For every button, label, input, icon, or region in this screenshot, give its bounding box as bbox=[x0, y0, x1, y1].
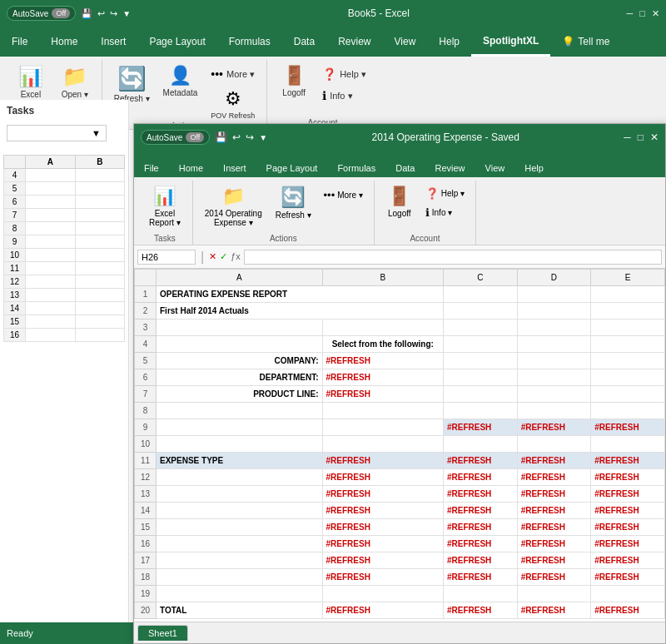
tab-help[interactable]: Help bbox=[427, 27, 471, 57]
grid-cell[interactable]: #REFRESH bbox=[443, 503, 517, 519]
grid-cell[interactable] bbox=[322, 436, 443, 453]
grid-cell[interactable] bbox=[591, 369, 665, 386]
grid-cell[interactable] bbox=[591, 320, 665, 336]
grid-cell[interactable] bbox=[517, 403, 591, 419]
grid-cell[interactable] bbox=[517, 353, 591, 369]
grid-cell[interactable] bbox=[591, 386, 665, 403]
grid-cell[interactable] bbox=[443, 369, 517, 386]
grid-cell[interactable] bbox=[157, 586, 323, 602]
second-tab-help[interactable]: Help bbox=[514, 159, 554, 177]
grid-cell[interactable]: #REFRESH bbox=[443, 453, 517, 469]
grid-cell[interactable]: #REFRESH bbox=[322, 386, 443, 403]
grid-cell[interactable] bbox=[443, 403, 517, 419]
grid-cell[interactable] bbox=[517, 436, 591, 453]
grid-cell[interactable]: Select from the following: bbox=[322, 336, 443, 353]
grid-cell[interactable] bbox=[443, 336, 517, 353]
grid-cell[interactable]: #REFRESH bbox=[591, 453, 665, 469]
tab-data[interactable]: Data bbox=[282, 27, 326, 57]
grid-cell[interactable]: #REFRESH bbox=[591, 552, 665, 569]
grid-cell[interactable] bbox=[157, 469, 323, 486]
info-button[interactable]: ℹ Info ▾ bbox=[317, 87, 371, 105]
grid-cell[interactable] bbox=[157, 569, 323, 586]
grid-cell[interactable] bbox=[517, 369, 591, 386]
tab-home[interactable]: Home bbox=[39, 27, 89, 57]
cancel-formula-icon[interactable]: ✕ bbox=[209, 251, 216, 262]
grid-cell[interactable] bbox=[517, 386, 591, 403]
grid-cell[interactable]: #REFRESH bbox=[443, 569, 517, 586]
second-save-icon[interactable]: 💾 bbox=[215, 131, 227, 143]
grid-cell[interactable]: TOTAL bbox=[157, 602, 323, 619]
help-button[interactable]: ❓ Help ▾ bbox=[317, 65, 371, 83]
grid-cell[interactable]: #REFRESH bbox=[322, 552, 443, 569]
tab-spotlightxl[interactable]: SpotlightXL bbox=[471, 27, 550, 57]
second-minimize-icon[interactable]: ─ bbox=[624, 131, 631, 143]
grid-cell[interactable] bbox=[443, 386, 517, 403]
second-logoff-button[interactable]: 🚪 Logoff bbox=[381, 184, 418, 232]
grid-cell[interactable]: #REFRESH bbox=[517, 503, 591, 519]
grid-cell[interactable] bbox=[517, 586, 591, 602]
grid-cell[interactable]: #REFRESH bbox=[591, 419, 665, 436]
second-customize-icon[interactable]: ▼ bbox=[259, 133, 267, 142]
grid-cell[interactable]: #REFRESH bbox=[322, 536, 443, 552]
grid-cell[interactable]: #REFRESH bbox=[322, 519, 443, 536]
grid-cell[interactable]: #REFRESH bbox=[591, 602, 665, 619]
grid-cell[interactable] bbox=[322, 320, 443, 336]
grid-cell[interactable] bbox=[157, 536, 323, 552]
grid-cell[interactable] bbox=[157, 320, 323, 336]
second-refresh-button[interactable]: 🔄 Refresh ▾ bbox=[271, 184, 316, 232]
tasks-dropdown[interactable]: ▼ bbox=[7, 125, 107, 141]
undo-icon[interactable]: ↩ bbox=[97, 8, 105, 19]
grid-cell[interactable]: #REFRESH bbox=[591, 503, 665, 519]
grid-cell[interactable]: #REFRESH bbox=[443, 469, 517, 486]
grid-cell[interactable]: PRODUCT LINE: bbox=[157, 386, 323, 403]
grid-cell[interactable]: #REFRESH bbox=[517, 453, 591, 469]
customize-icon[interactable]: ▼ bbox=[122, 9, 131, 18]
second-info-button[interactable]: ℹ Info ▾ bbox=[421, 205, 469, 220]
second-tab-view[interactable]: View bbox=[475, 159, 515, 177]
grid-cell[interactable]: OPERATING EXPENSE REPORT bbox=[157, 286, 444, 303]
grid-cell[interactable]: #REFRESH bbox=[322, 453, 443, 469]
grid-cell[interactable]: #REFRESH bbox=[517, 602, 591, 619]
grid-cell[interactable]: #REFRESH bbox=[322, 602, 443, 619]
grid-cell[interactable] bbox=[157, 486, 323, 503]
second-help-button[interactable]: ❓ Help ▾ bbox=[421, 186, 469, 201]
grid-cell[interactable]: #REFRESH bbox=[517, 536, 591, 552]
grid-cell[interactable] bbox=[443, 586, 517, 602]
grid-cell[interactable]: #REFRESH bbox=[322, 469, 443, 486]
tab-file[interactable]: File bbox=[0, 27, 39, 57]
grid-cell[interactable] bbox=[591, 436, 665, 453]
grid-cell[interactable] bbox=[157, 503, 323, 519]
grid-cell[interactable]: #REFRESH bbox=[322, 503, 443, 519]
grid-cell[interactable]: #REFRESH bbox=[517, 552, 591, 569]
grid-cell[interactable] bbox=[591, 586, 665, 602]
grid-cell[interactable]: COMPANY: bbox=[157, 353, 323, 369]
grid-cell[interactable]: #REFRESH bbox=[443, 519, 517, 536]
insert-function-icon[interactable]: ƒx bbox=[231, 251, 241, 262]
tab-formulas[interactable]: Formulas bbox=[217, 27, 282, 57]
grid-cell[interactable]: #REFRESH bbox=[517, 419, 591, 436]
grid-cell[interactable] bbox=[157, 403, 323, 419]
grid-cell[interactable] bbox=[591, 303, 665, 320]
second-maximize-icon[interactable]: □ bbox=[638, 131, 644, 143]
grid-cell[interactable] bbox=[157, 519, 323, 536]
formula-input[interactable] bbox=[244, 250, 662, 265]
minimize-icon[interactable]: ─ bbox=[627, 8, 634, 18]
grid-cell[interactable]: #REFRESH bbox=[443, 552, 517, 569]
second-autosave-toggle[interactable]: AutoSave Off bbox=[141, 130, 210, 145]
grid-cell[interactable] bbox=[517, 286, 591, 303]
second-tab-data[interactable]: Data bbox=[385, 159, 425, 177]
grid-cell[interactable]: #REFRESH bbox=[443, 536, 517, 552]
grid-cell[interactable] bbox=[443, 303, 517, 320]
second-close-icon[interactable]: ✕ bbox=[650, 131, 659, 143]
grid-cell[interactable] bbox=[322, 419, 443, 436]
confirm-formula-icon[interactable]: ✓ bbox=[220, 251, 227, 262]
grid-cell[interactable] bbox=[517, 320, 591, 336]
pov-refresh-button[interactable]: ⚙ POV Refresh bbox=[206, 87, 260, 121]
grid-cell[interactable] bbox=[591, 336, 665, 353]
grid-cell[interactable] bbox=[322, 586, 443, 602]
save-icon[interactable]: 💾 bbox=[81, 8, 92, 19]
grid-cell[interactable]: #REFRESH bbox=[322, 486, 443, 503]
tab-page-layout[interactable]: Page Layout bbox=[137, 27, 216, 57]
second-oper-expense-button[interactable]: 📁 2014 OperatingExpense ▾ bbox=[200, 184, 267, 232]
tab-view[interactable]: View bbox=[383, 27, 428, 57]
